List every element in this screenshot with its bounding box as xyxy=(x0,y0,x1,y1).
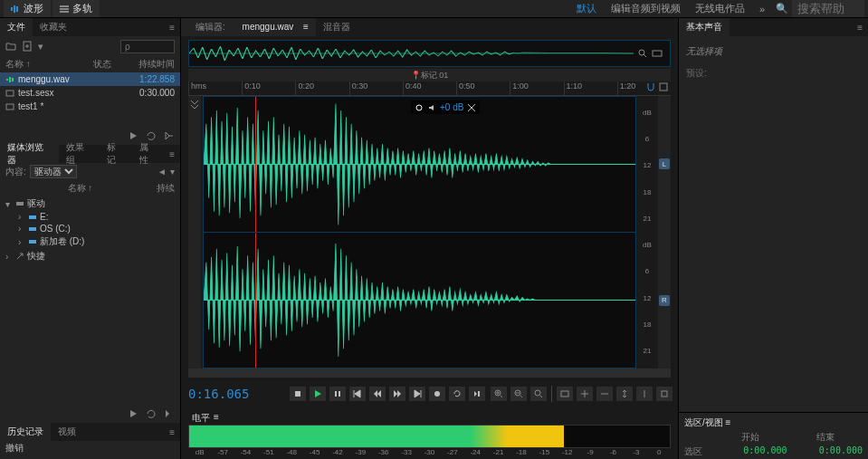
skip-silence-button[interactable] xyxy=(468,386,486,402)
level-meter xyxy=(188,425,671,448)
mode-waveform-tab[interactable]: 波形 xyxy=(4,0,51,17)
zoom-nav-icon[interactable] xyxy=(637,48,648,59)
file-row[interactable]: test.sesx 0:30.000 xyxy=(0,86,180,100)
waveform-overview[interactable] xyxy=(188,40,671,67)
tab-favorites[interactable]: 收藏夹 xyxy=(33,18,74,36)
svg-rect-1 xyxy=(14,5,15,13)
next-button[interactable] xyxy=(408,386,426,402)
tree-row[interactable]: ›新加卷 (D:) xyxy=(0,234,180,249)
shortcut-icon xyxy=(15,252,24,261)
volume-icon xyxy=(427,103,436,112)
horizontal-scrollbar[interactable] xyxy=(188,368,671,378)
zoom-out-point-button[interactable] xyxy=(596,386,614,402)
files-col-duration[interactable]: 持续时间 xyxy=(129,58,175,71)
channel-expand-icon[interactable] xyxy=(190,100,199,109)
search-icon: 🔍 xyxy=(776,3,788,14)
marker[interactable]: 📍标记 01 xyxy=(411,70,449,81)
panel-menu[interactable]: ≡ xyxy=(164,149,180,159)
panel-menu[interactable]: ≡ xyxy=(164,427,180,437)
chevron-left-icon[interactable]: ◄ xyxy=(157,167,167,177)
zoom-selection-button[interactable] xyxy=(556,386,574,402)
play-icon[interactable] xyxy=(128,408,138,419)
zoom-in-amp-button[interactable] xyxy=(615,386,634,402)
playhead[interactable] xyxy=(255,233,256,368)
autoplay-icon[interactable] xyxy=(164,130,175,141)
multitrack-icon xyxy=(60,5,69,14)
timeline-ruler[interactable]: hms0:100:200:300:400:501:001:101:20 xyxy=(188,81,671,96)
tab-essential-sound[interactable]: 基本声音 xyxy=(679,18,730,36)
pause-button[interactable] xyxy=(329,386,347,402)
sel-end-value[interactable]: 0:00.000 xyxy=(789,445,863,458)
svg-rect-10 xyxy=(29,215,36,219)
help-search-input[interactable] xyxy=(792,0,864,17)
drive-icon xyxy=(28,213,37,222)
tab-selection-view[interactable]: 选区/视图 xyxy=(684,417,723,427)
playhead[interactable] xyxy=(255,97,256,232)
zoom-in-point-button[interactable] xyxy=(576,386,594,402)
zoom-out-amp-button[interactable] xyxy=(635,386,653,402)
loop-icon[interactable] xyxy=(146,408,157,419)
stop-button[interactable] xyxy=(289,386,307,402)
svg-rect-9 xyxy=(16,202,24,206)
file-row[interactable]: menggu.wav 1:22.858 xyxy=(0,72,180,86)
tab-editor[interactable]: 编辑器: menggu.wav ≡ xyxy=(181,18,316,36)
open-file-icon[interactable] xyxy=(5,41,16,52)
svg-rect-21 xyxy=(335,391,337,397)
prev-button[interactable] xyxy=(348,386,367,402)
expand-icon[interactable] xyxy=(467,103,476,112)
workspace-radio[interactable]: 无线电作品 xyxy=(688,0,752,17)
chevron-right-icon[interactable]: ▾ xyxy=(170,167,175,177)
db-scale-left: dB6121821 dB6121821 xyxy=(638,96,656,368)
waveform-display[interactable]: +0 dB xyxy=(203,96,636,368)
autoplay-icon[interactable] xyxy=(164,408,175,419)
forward-button[interactable] xyxy=(388,386,406,402)
new-file-icon[interactable] xyxy=(22,41,33,52)
mode-multitrack-tab[interactable]: 多轨 xyxy=(52,0,100,17)
drive-icon xyxy=(15,199,24,208)
zoom-full-button[interactable] xyxy=(529,386,548,402)
panel-menu[interactable]: ≡ xyxy=(852,23,868,33)
zoom-in-time-button[interactable] xyxy=(490,386,508,402)
files-col-name[interactable]: 名称 ↑ xyxy=(5,58,93,71)
tree-row[interactable]: ▾驱动 xyxy=(0,196,180,211)
play-button[interactable] xyxy=(309,386,327,402)
panel-menu[interactable]: ≡ xyxy=(164,23,180,33)
workspace-more[interactable]: » xyxy=(752,2,772,16)
history-item[interactable]: 撤销 xyxy=(0,441,180,455)
zoom-out-time-button[interactable] xyxy=(510,386,528,402)
svg-rect-0 xyxy=(11,7,13,11)
pin-icon[interactable] xyxy=(415,103,424,112)
timecode-display[interactable]: 0:16.065 xyxy=(188,387,249,401)
tab-files[interactable]: 文件 xyxy=(0,18,33,36)
tree-row[interactable]: ›OS (C:) xyxy=(0,223,180,234)
svg-rect-20 xyxy=(295,391,300,397)
hud-overlay[interactable]: +0 dB xyxy=(411,100,480,114)
magnet-icon[interactable] xyxy=(645,81,656,92)
record-button[interactable] xyxy=(428,386,446,402)
files-filter-input[interactable] xyxy=(120,40,175,53)
svg-rect-12 xyxy=(29,240,36,244)
tree-row[interactable]: ›E: xyxy=(0,211,180,223)
loop-button[interactable] xyxy=(448,386,466,402)
marker-strip[interactable]: 📍标记 01 xyxy=(188,69,671,81)
waveform-icon xyxy=(11,5,20,14)
file-row[interactable]: test1 * xyxy=(0,100,180,113)
tab-mixer[interactable]: 混音器 xyxy=(316,18,358,36)
workspace-default[interactable]: 默认 xyxy=(569,0,604,17)
tree-row[interactable]: ›快捷 xyxy=(0,249,180,263)
tab-levels[interactable]: 电平 xyxy=(188,412,214,425)
drive-icon xyxy=(28,225,37,234)
files-col-status[interactable]: 状态 xyxy=(93,58,129,71)
channel-labels: L R xyxy=(658,96,671,368)
tab-history[interactable]: 历史记录 xyxy=(0,423,51,441)
drive-select[interactable]: 驱动器 xyxy=(30,165,77,178)
sel-start-value[interactable]: 0:00.000 xyxy=(713,445,787,458)
zoom-reset-amp-button[interactable] xyxy=(655,386,673,402)
rewind-button[interactable] xyxy=(368,386,386,402)
tab-video[interactable]: 视频 xyxy=(51,423,83,441)
view-toggle-icon[interactable] xyxy=(652,48,663,59)
svg-point-23 xyxy=(434,391,440,397)
workspace-video[interactable]: 编辑音频到视频 xyxy=(604,0,688,17)
snap-icon[interactable] xyxy=(658,81,669,92)
session-file-icon xyxy=(5,102,14,111)
